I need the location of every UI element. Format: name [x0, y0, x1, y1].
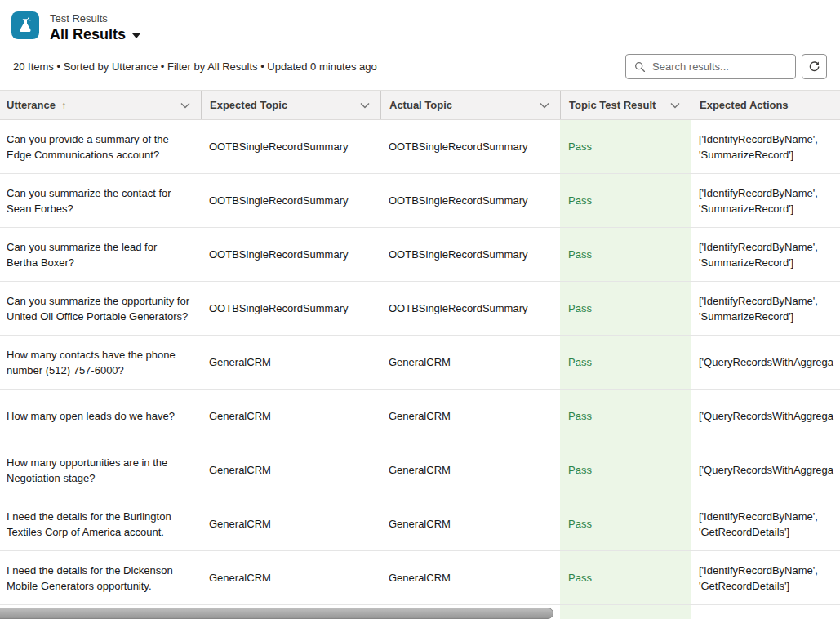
column-header-actual-topic[interactable]: Actual Topic [380, 91, 560, 119]
cell-utterance-text: Can you summarize the lead for Bertha Bo… [7, 239, 191, 270]
cell-topic-test-result-text: Pass [568, 516, 592, 532]
cell-actual-topic-text: GeneralCRM [389, 462, 451, 478]
chevron-down-icon[interactable] [669, 100, 681, 110]
cell-topic-test-result-text: Pass [568, 462, 592, 478]
cell-actual-topic: GeneralCRM [380, 497, 560, 550]
search-icon [634, 61, 646, 73]
cell-utterance-text: How many contacts have the phone number … [7, 347, 191, 378]
cell-expected-topic: GeneralCRM [201, 443, 380, 497]
cell-topic-test-result: Pass [560, 120, 691, 173]
view-label: All Results [50, 26, 126, 43]
cell-actual-topic-text: GeneralCRM [389, 516, 451, 532]
cell-expected-topic-text: OOTBSingleRecordSummary [209, 193, 349, 208]
cell-expected-topic-text: GeneralCRM [209, 462, 271, 478]
table-row[interactable]: Can you summarize the opportunity for Un… [0, 282, 840, 336]
column-header-expected-topic[interactable]: Expected Topic [201, 91, 380, 119]
cell-topic-test-result: Pass [560, 443, 691, 497]
cell-utterance: Can you summarize the opportunity for Un… [0, 282, 201, 335]
cell-topic-test-result-text: Pass [568, 408, 592, 424]
cell-expected-topic-text: GeneralCRM [209, 570, 271, 586]
cell-utterance: How many open leads do we have? [0, 390, 201, 443]
search-input[interactable] [652, 60, 796, 73]
cell-expected-topic: GeneralCRM [201, 497, 380, 550]
cell-actual-topic-text: GeneralCRM [389, 570, 451, 586]
column-header-utterance[interactable]: Utterance ↑ [0, 91, 201, 119]
cell-topic-test-result-text: Pass [568, 354, 592, 370]
cell-expected-actions: ['IdentifyRecordByName', 'SummarizeRecor… [691, 228, 840, 281]
cell-utterance: How many contacts have the phone number … [0, 336, 201, 389]
sort-asc-icon: ↑ [61, 99, 67, 111]
cell-expected-actions: ['IdentifyRecordByName', 'GetRecordDetai… [691, 497, 840, 550]
column-header-topic-test-result[interactable]: Topic Test Result [560, 91, 691, 119]
cell-expected-actions-text: ['IdentifyRecordByName', 'SummarizeRecor… [699, 293, 830, 324]
cell-utterance-text: I need the details for the Dickenson Mob… [7, 563, 191, 594]
refresh-button[interactable] [802, 54, 827, 79]
list-summary: 20 Items • Sorted by Utterance • Filter … [11, 60, 377, 73]
cell-expected-topic: OOTBSingleRecordSummary [201, 282, 380, 335]
cell-expected-actions-text: ['QueryRecordsWithAggrega [699, 462, 833, 478]
cell-topic-test-result: Pass [560, 497, 691, 550]
cell-expected-topic: OOTBSingleRecordSummary [201, 174, 380, 227]
cell-utterance-text: How many opportunities are in the Negoti… [7, 455, 191, 486]
table-row[interactable]: Can you summarize the lead for Bertha Bo… [0, 228, 840, 282]
cell-actual-topic-text: OOTBSingleRecordSummary [389, 193, 528, 208]
cell-expected-topic-text: OOTBSingleRecordSummary [209, 301, 349, 316]
cell-topic-test-result: Pass [560, 282, 691, 335]
cell-topic-test-result-text: Pass [568, 301, 592, 316]
refresh-icon [808, 60, 820, 73]
cell-expected-actions: ['IdentifyRecordByName', [691, 605, 840, 619]
cell-expected-actions: ['IdentifyRecordByName', 'SummarizeRecor… [691, 174, 840, 227]
cell-expected-actions-text: ['IdentifyRecordByName', 'GetRecordDetai… [699, 509, 830, 540]
cell-expected-actions-text: ['IdentifyRecordByName', 'SummarizeRecor… [699, 239, 830, 270]
cell-expected-topic-text: OOTBSingleRecordSummary [209, 247, 349, 262]
cell-utterance: Can you summarize the contact for Sean F… [0, 174, 201, 227]
flask-icon [11, 11, 39, 39]
cell-topic-test-result-text: Pass [568, 139, 592, 154]
cell-expected-actions: ['IdentifyRecordByName', 'SummarizeRecor… [691, 120, 840, 173]
column-header-expected-actions[interactable]: Expected Actions [691, 91, 840, 119]
cell-expected-topic-text: OOTBSingleRecordSummary [209, 139, 349, 154]
cell-expected-actions-text: ['IdentifyRecordByName', 'SummarizeRecor… [699, 131, 830, 163]
cell-expected-actions: ['IdentifyRecordByName', 'SummarizeRecor… [691, 282, 840, 335]
cell-expected-actions: ['IdentifyRecordByName', 'GetRecordDetai… [691, 551, 840, 604]
cell-utterance: Can you summarize the lead for Bertha Bo… [0, 228, 201, 281]
table-row[interactable]: I need the details for the Burlington Te… [0, 497, 840, 551]
table-row[interactable]: How many opportunities are in the Negoti… [0, 443, 840, 497]
search-box[interactable] [625, 54, 796, 79]
table-row[interactable]: Can you provide a summary of the Edge Co… [0, 120, 840, 174]
cell-expected-topic: GeneralCRM [201, 551, 380, 604]
chevron-down-icon [132, 33, 140, 38]
cell-actual-topic-text: OOTBSingleRecordSummary [389, 301, 528, 316]
column-label: Expected Topic [210, 99, 287, 111]
cell-actual-topic: OOTBSingleRecordSummary [380, 282, 560, 335]
cell-topic-test-result-text: Pass [568, 193, 592, 208]
cell-actual-topic: GeneralCRM [380, 551, 560, 604]
cell-utterance: How many opportunities are in the Negoti… [0, 443, 201, 497]
cell-topic-test-result: Pass [560, 174, 691, 227]
table-row[interactable]: How many open leads do we have?GeneralCR… [0, 390, 840, 443]
list-view-selector[interactable]: All Results [50, 26, 140, 43]
chevron-down-icon[interactable] [359, 100, 371, 110]
cell-expected-actions-text: ['IdentifyRecordByName', 'GetRecordDetai… [699, 563, 830, 594]
table-row[interactable]: I need the details for the Dickenson Mob… [0, 551, 840, 605]
cell-utterance-text: How many open leads do we have? [7, 408, 175, 424]
cell-expected-actions: ['QueryRecordsWithAggrega [691, 336, 840, 389]
cell-expected-topic: GeneralCRM [201, 336, 380, 389]
cell-expected-actions-text: ['IdentifyRecordByName', 'SummarizeRecor… [699, 185, 830, 216]
horizontal-scrollbar-thumb[interactable] [0, 608, 553, 619]
cell-actual-topic-text: OOTBSingleRecordSummary [389, 247, 528, 262]
cell-expected-topic: OOTBSingleRecordSummary [201, 228, 380, 281]
test-results-page: Test Results All Results 20 Items • Sort… [0, 0, 840, 619]
cell-utterance: I need the details for the Burlington Te… [0, 497, 201, 550]
cell-topic-test-result [560, 605, 691, 619]
chevron-down-icon[interactable] [539, 100, 550, 110]
table-row[interactable]: Can you summarize the contact for Sean F… [0, 174, 840, 228]
cell-topic-test-result-text: Pass [568, 570, 592, 586]
column-label: Utterance [7, 99, 56, 111]
cell-actual-topic-text: GeneralCRM [389, 408, 451, 424]
chevron-down-icon[interactable] [180, 100, 191, 110]
table-row[interactable]: How many contacts have the phone number … [0, 336, 840, 390]
cell-actual-topic: GeneralCRM [380, 390, 560, 443]
cell-expected-actions-text: ['QueryRecordsWithAggrega [699, 354, 833, 370]
cell-utterance-text: Can you provide a summary of the Edge Co… [7, 131, 191, 163]
